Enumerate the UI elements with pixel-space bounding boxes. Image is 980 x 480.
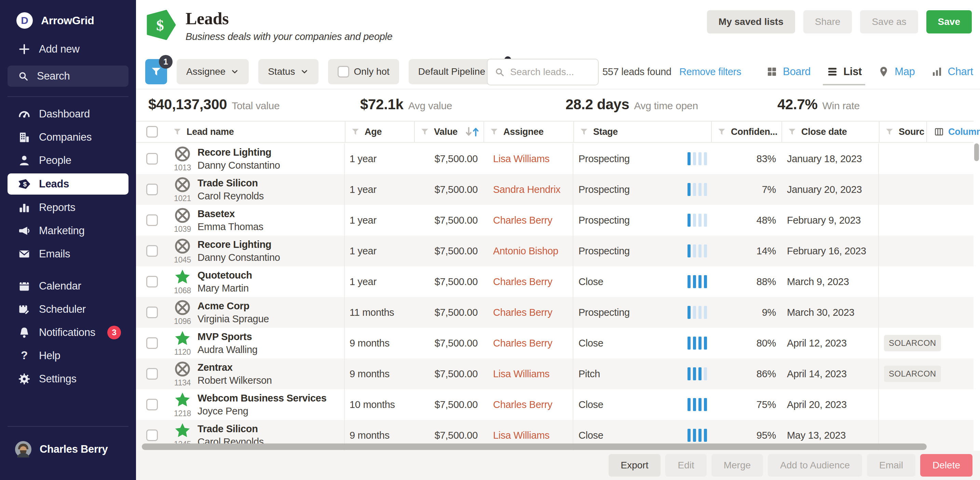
column-header-lead-name[interactable]: Lead name [167,122,345,142]
save-as-button[interactable]: Save as [860,10,918,33]
my-saved-lists-button[interactable]: My saved lists [707,10,795,33]
column-header-close-date[interactable]: Close date [781,122,879,142]
lead-assignee[interactable]: Lisa Williams [484,143,573,174]
columns-button[interactable]: Columns [926,122,980,142]
row-checkbox[interactable] [146,245,158,257]
table-row[interactable]: 1134 Zentrax Robert Wilkerson 9 months $… [136,358,974,389]
lead-assignee[interactable]: Charles Berry [484,205,573,236]
column-header-stage[interactable]: Stage [573,122,711,142]
row-checkbox[interactable] [146,276,158,287]
export-button[interactable]: Export [609,454,661,477]
sidebar-item-leads[interactable]: Leads [8,173,129,195]
lead-assignee[interactable]: Charles Berry [484,297,573,328]
remove-filters-link[interactable]: Remove filters [679,66,741,78]
lead-assignee[interactable]: Charles Berry [484,328,573,358]
sidebar-item-scheduler[interactable]: Scheduler [0,298,136,321]
sidebar-item-help[interactable]: Help [0,344,136,368]
column-header-confidence[interactable]: Confiden... [711,122,781,142]
filter-funnel-icon[interactable] [717,127,726,136]
lead-company[interactable]: Trade Silicon [197,178,264,188]
lead-company[interactable]: Basetex [197,209,264,219]
sort-icon[interactable] [464,126,481,138]
row-checkbox[interactable] [146,368,158,380]
view-tab-chart[interactable]: Chart [931,65,973,78]
sidebar-item-dashboard[interactable]: Dashboard [0,102,136,126]
filter-funnel-icon[interactable] [885,127,894,136]
row-checkbox[interactable] [146,337,158,349]
sidebar-item-calendar[interactable]: Calendar [0,274,136,298]
only-hot-checkbox[interactable] [337,66,349,78]
share-button[interactable]: Share [803,10,852,33]
sidebar-item-marketing[interactable]: Marketing [0,219,136,242]
filter-funnel-icon[interactable] [173,127,182,136]
lead-assignee[interactable]: Sandra Hendrix [484,174,573,205]
filters-button[interactable]: 1 [145,59,167,84]
table-row[interactable]: 1096 Acme Corp Virginia Sprague 11 month… [136,297,974,328]
filter-funnel-icon[interactable] [420,127,429,136]
column-header-assignee[interactable]: Assignee [484,122,573,142]
cold-circle-x-icon [174,176,191,193]
lead-company[interactable]: Acme Corp [197,301,269,311]
only-hot-toggle[interactable]: Only hot [328,59,399,84]
hot-star-icon [174,391,191,408]
row-checkbox[interactable] [146,153,158,165]
row-checkbox[interactable] [146,399,158,410]
sidebar-item-reports[interactable]: Reports [0,196,136,219]
table-row[interactable]: 1120 MVP Sports Audra Walling 9 months $… [136,328,974,358]
lead-company[interactable]: Recore Lighting [197,147,280,157]
app-logo[interactable]: D ArrowGrid [0,0,136,29]
row-checkbox[interactable] [146,307,158,318]
lead-confidence: 75% [711,389,781,420]
filter-funnel-icon[interactable] [490,127,498,136]
row-checkbox[interactable] [146,214,158,226]
status-filter-dropdown[interactable]: Status [258,59,318,84]
sidebar-item-settings[interactable]: Settings [0,368,136,391]
sidebar-item-emails[interactable]: Emails [0,242,136,266]
table-row[interactable]: 1039 Basetex Emma Thomas 1 year $7,500.0… [136,205,974,236]
lead-company[interactable]: MVP Sports [197,331,258,342]
save-button[interactable]: Save [926,10,972,33]
column-header-value[interactable]: Value [414,122,484,142]
gauge-icon [18,108,31,120]
lead-assignee[interactable]: Lisa Williams [484,358,573,389]
lead-company[interactable]: Recore Lighting [197,239,280,250]
lead-company[interactable]: Trade Silicon [197,424,264,434]
table-row[interactable]: 1068 Quotetouch Mary Martin 1 year $7,50… [136,266,974,297]
lead-company[interactable]: Zentrax [197,362,272,372]
user-menu[interactable]: Charles Berry [0,427,136,480]
row-checkbox[interactable] [146,184,158,195]
table-row[interactable]: 1045 Recore Lighting Danny Constantino 1… [136,236,974,266]
filter-funnel-icon[interactable] [579,127,589,136]
merge-button[interactable]: Merge [711,454,763,477]
search-leads-input[interactable] [510,67,591,78]
email-button[interactable]: Email [867,454,915,477]
filter-funnel-icon[interactable] [788,127,797,136]
megaphone-icon [18,224,31,237]
filter-funnel-icon[interactable] [351,127,360,136]
sidebar-search[interactable]: Search [8,65,129,87]
view-tab-list[interactable]: List [826,65,862,78]
table-row[interactable]: 1218 Webcom Business Services Joyce Peng… [136,389,974,420]
column-header-age[interactable]: Age [345,122,414,142]
select-all-checkbox[interactable] [146,126,158,138]
vertical-scrollbar[interactable] [974,143,979,161]
lead-company[interactable]: Quotetouch [197,270,252,280]
sidebar-item-companies[interactable]: Companies [0,126,136,149]
table-row[interactable]: 1021 Trade Silicon Carol Reynolds 1 year… [136,174,974,205]
edit-button[interactable]: Edit [665,454,706,477]
horizontal-scrollbar[interactable] [142,444,927,450]
lead-assignee[interactable]: Charles Berry [484,389,573,420]
sidebar-item-notifications[interactable]: Notifications 3 [0,321,136,344]
delete-button[interactable]: Delete [920,454,972,477]
assignee-filter-dropdown[interactable]: Assignee [177,59,249,84]
view-tab-map[interactable]: Map [878,65,915,78]
table-row[interactable]: 1013 Recore Lighting Danny Constantino 1… [136,143,974,174]
row-checkbox[interactable] [146,429,158,441]
lead-assignee[interactable]: Antonio Bishop [484,236,573,266]
add-new-button[interactable]: Add new [0,38,136,60]
lead-company[interactable]: Webcom Business Services [197,393,327,403]
view-tab-board[interactable]: Board [766,65,810,78]
sidebar-item-people[interactable]: People [0,149,136,172]
add-to-audience-button[interactable]: Add to Audience [768,454,862,477]
lead-assignee[interactable]: Charles Berry [484,266,573,297]
